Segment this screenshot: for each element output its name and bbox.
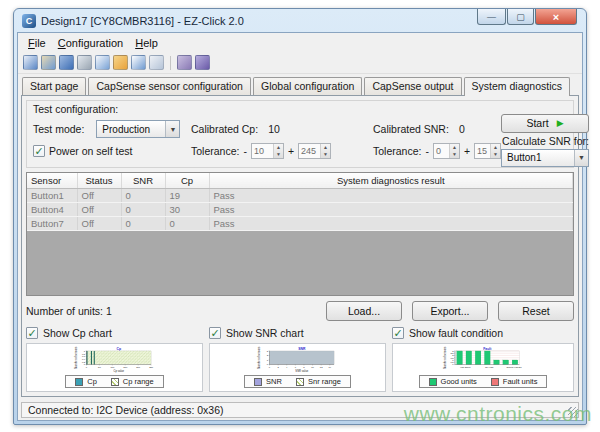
save-icon[interactable] <box>59 55 74 70</box>
print-icon[interactable] <box>77 55 92 70</box>
load-button[interactable]: Load... <box>326 301 402 321</box>
svg-text:1: 1 <box>84 350 86 352</box>
svg-text:0.4: 0.4 <box>82 358 86 360</box>
legend-swatch-icon <box>491 378 499 386</box>
table-body: Button1Off019PassButton4Off030PassButton… <box>27 188 573 230</box>
apply-config-icon[interactable] <box>131 55 146 70</box>
connect-device-icon[interactable] <box>113 55 128 70</box>
legend-entry: Cp range <box>111 377 154 386</box>
svg-text:Vdd Short: Vdd Short <box>460 366 471 368</box>
svg-text:4: 4 <box>286 366 288 368</box>
cp-tolerance-plus-spinner[interactable]: 245 ▲▼ <box>298 143 331 159</box>
start-button[interactable]: Start ▶ <box>501 114 589 133</box>
show-cp-chart-checkbox[interactable]: ✓ <box>26 327 38 339</box>
show-snr-chart-label: Show SNR chart <box>226 327 304 339</box>
table-row[interactable]: Button7Off00Pass <box>27 216 573 230</box>
svg-text:0.5: 0.5 <box>450 361 454 363</box>
open-design-icon[interactable] <box>41 55 56 70</box>
show-cp-chart-label: Show Cp chart <box>43 327 112 339</box>
calculate-snr-for-select[interactable]: Button1 ▼ <box>501 149 589 167</box>
show-fault-condition-toggle[interactable]: ✓ Show fault condition <box>392 326 574 340</box>
svg-text:2: 2 <box>452 354 454 356</box>
spinner-arrows-icon[interactable]: ▲▼ <box>273 144 283 158</box>
tab-system-diagnostics[interactable]: System diagnostics <box>464 77 570 96</box>
snr-tolerance-plus-spinner[interactable]: 15 ▲▼ <box>474 143 501 159</box>
cp-chart-column: ✓ Show Cp chart Cp00.20.40.60.8105010015… <box>26 326 203 392</box>
new-design-icon[interactable] <box>23 55 38 70</box>
tab-capsense-sensor-configuration[interactable]: CapSense sensor configuration <box>88 77 251 95</box>
chevron-down-icon: ▼ <box>165 121 179 137</box>
spinner-arrows-icon[interactable]: ▲▼ <box>320 144 330 158</box>
table-row[interactable]: Button4Off030Pass <box>27 202 573 216</box>
show-snr-chart-checkbox[interactable]: ✓ <box>209 327 221 339</box>
table-cell: 0 <box>165 216 209 230</box>
show-fault-condition-checkbox[interactable]: ✓ <box>392 327 404 339</box>
spinner-arrows-icon[interactable]: ▲▼ <box>490 144 500 158</box>
svg-text:250: 250 <box>149 366 154 368</box>
tab-start-page[interactable]: Start page <box>22 77 86 95</box>
test-mode-select[interactable]: Production ▼ <box>96 120 180 138</box>
legend-entry: Snr range <box>296 377 341 386</box>
window-title: Design17 [CY8CMBR3116] - EZ-Click 2.0 <box>41 15 244 27</box>
status-bar: Connected to: I2C Device (address: 0x36) <box>18 400 582 420</box>
disconnect-icon[interactable] <box>177 55 192 70</box>
help-icon[interactable] <box>195 55 210 70</box>
reset-button[interactable]: Reset <box>498 301 574 321</box>
export-button[interactable]: Export... <box>412 301 488 321</box>
tab-capsense-output[interactable]: CapSense output <box>364 77 461 95</box>
menu-file[interactable]: File <box>22 35 52 51</box>
show-cp-chart-toggle[interactable]: ✓ Show Cp chart <box>26 326 203 340</box>
title-bar[interactable]: C Design17 [CY8CMBR3116] - EZ-Click 2.0 … <box>17 9 583 32</box>
table-cell: Off <box>77 216 121 230</box>
test-configuration-group: Test configuration: Test mode: Productio… <box>26 100 574 168</box>
generate-report-icon[interactable] <box>95 55 110 70</box>
menu-help[interactable]: Help <box>129 35 164 51</box>
column-header[interactable]: Status <box>77 173 121 188</box>
legend-label: Snr range <box>308 377 341 386</box>
minus-sign: - <box>243 145 247 157</box>
svg-text:3: 3 <box>452 350 454 352</box>
show-snr-chart-toggle[interactable]: ✓ Show SNR chart <box>209 326 386 340</box>
document-icon[interactable] <box>149 55 164 70</box>
svg-text:0: 0 <box>267 363 269 365</box>
spinner-arrows-icon[interactable]: ▲▼ <box>449 144 459 158</box>
tab-global-configuration[interactable]: Global configuration <box>253 77 362 95</box>
power-on-self-test-label: Power on self test <box>49 145 132 157</box>
start-button-label: Start <box>526 117 548 129</box>
chart-svg-0: Cp00.20.40.60.81050100150200250Cp valueN… <box>29 346 200 374</box>
svg-text:0.8: 0.8 <box>82 353 86 355</box>
svg-text:3: 3 <box>267 350 269 352</box>
legend-label: Cp <box>87 377 97 386</box>
cp-tolerance-minus-spinner[interactable]: 10 ▲▼ <box>251 143 284 159</box>
table-cell: Button1 <box>27 188 77 202</box>
column-header[interactable]: Sensor <box>27 173 77 188</box>
fault-chart-panel: Fault00.511.522.53Vdd ShortCp HighShield… <box>392 343 574 392</box>
svg-text:0.2: 0.2 <box>82 361 86 363</box>
svg-text:50: 50 <box>98 366 101 368</box>
column-header[interactable]: System diagnostics result <box>209 173 573 188</box>
table-cell: Off <box>77 188 121 202</box>
menu-configuration[interactable]: Configuration <box>52 35 129 51</box>
svg-text:Number of sensors: Number of sensors <box>74 346 78 369</box>
chart-svg-2: Fault00.511.522.53Vdd ShortCp HighShield… <box>395 346 571 374</box>
svg-text:0: 0 <box>84 363 86 365</box>
resize-grip-icon[interactable] <box>568 407 578 417</box>
legend-swatch-icon <box>111 378 119 386</box>
calculate-snr-for-label: Calculate SNR for: <box>502 135 589 147</box>
power-on-self-test-checkbox[interactable]: ✓ <box>33 145 45 157</box>
close-button[interactable]: × <box>535 9 577 25</box>
svg-text:8: 8 <box>303 366 305 368</box>
table-row[interactable]: Button1Off019Pass <box>27 188 573 202</box>
svg-text:2: 2 <box>277 366 279 368</box>
column-header[interactable]: SNR <box>121 173 165 188</box>
snr-tolerance-minus-spinner[interactable]: 0 ▲▼ <box>433 143 460 159</box>
minimize-button[interactable]: — <box>477 9 506 25</box>
snr-tolerance-minus-value: 0 <box>434 144 449 158</box>
maximize-button[interactable]: ▢ <box>507 9 534 25</box>
svg-text:SNR: SNR <box>298 347 306 351</box>
svg-text:Cp value: Cp value <box>113 369 124 373</box>
cp-tolerance-plus-value: 245 <box>299 144 320 158</box>
svg-text:0: 0 <box>269 366 271 368</box>
column-header[interactable]: Cp <box>165 173 209 188</box>
fault-chart-column: ✓ Show fault condition Fault00.511.522.5… <box>392 326 574 392</box>
